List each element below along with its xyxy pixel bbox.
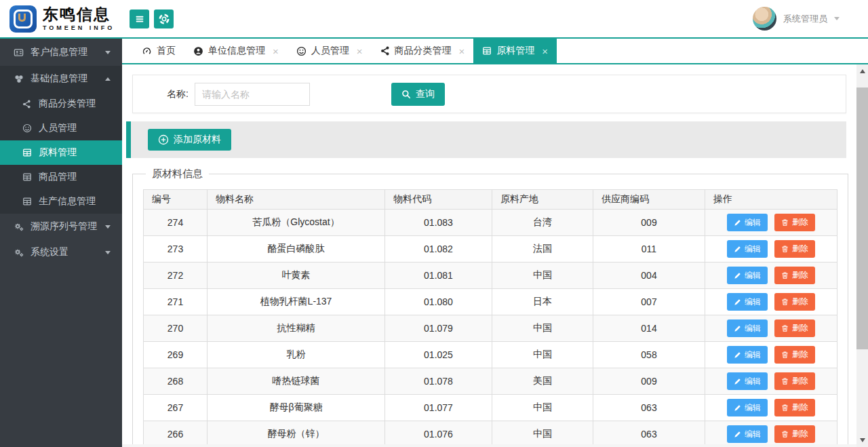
delete-button[interactable]: 删除 [774, 267, 815, 284]
cell-name: 抗性糊精 [208, 315, 385, 342]
tab-material-mgmt[interactable]: 原料管理 × [473, 39, 557, 63]
cell-name: 酵母粉（锌） [208, 421, 385, 445]
search-icon [401, 90, 411, 99]
horizontal-scrollbar[interactable] [122, 444, 856, 447]
tab-category-mgmt[interactable]: 商品分类管理 × [372, 39, 474, 63]
tab-label: 原料管理 [496, 45, 534, 57]
materials-table: 编号 物料名称 物料代码 原料产地 供应商编码 操作 274 苦瓜粉（Glyco… [143, 189, 837, 444]
pencil-icon [734, 272, 741, 279]
id-card-icon [12, 47, 25, 58]
cell-name: 植物乳杆菌L-137 [208, 289, 385, 315]
help-button[interactable] [154, 9, 174, 28]
cell-supplier: 058 [593, 342, 705, 368]
pencil-icon [734, 404, 741, 412]
sidebar-item-category-mgmt[interactable]: 商品分类管理 [0, 92, 122, 116]
user-avatar[interactable] [753, 7, 776, 31]
sidebar-item-production-info[interactable]: 生产信息管理 [0, 189, 122, 214]
cell-actions: 编辑 [705, 421, 837, 445]
table-row: 268 嗜热链球菌 01.078 美国 009 [144, 368, 837, 395]
sidebar-item-trace-serial[interactable]: 溯源序列号管理 [0, 214, 122, 239]
tab-close-icon[interactable]: × [273, 46, 279, 56]
edit-button[interactable]: 编辑 [727, 425, 768, 443]
sidebar-item-label: 原料管理 [39, 147, 77, 159]
tab-home[interactable]: 首页 [133, 39, 184, 63]
add-material-button[interactable]: 添加原材料 [148, 129, 231, 151]
caret-down-icon [105, 225, 111, 229]
edit-button[interactable]: 编辑 [727, 240, 768, 258]
sidebar-item-base-info[interactable]: 基础信息管理 [0, 66, 122, 92]
delete-button[interactable]: 删除 [774, 425, 815, 443]
cell-name: 苦瓜粉（Glycostat） [208, 210, 385, 236]
delete-button-label: 删除 [792, 428, 808, 440]
vertical-scrollbar[interactable] [856, 64, 868, 447]
delete-button-label: 删除 [792, 243, 808, 254]
cell-origin: 台湾 [492, 210, 593, 236]
table-row: 272 叶黄素 01.081 中国 004 [144, 263, 837, 289]
edit-button[interactable]: 编辑 [727, 293, 768, 311]
edit-button-label: 编辑 [745, 323, 761, 334]
sidebar-item-label: 基础信息管理 [31, 73, 87, 85]
tab-close-icon[interactable]: × [542, 46, 548, 56]
search-input[interactable] [195, 83, 310, 106]
tab-unit-info[interactable]: 单位信息管理 × [184, 39, 288, 63]
delete-button[interactable]: 删除 [774, 319, 815, 337]
cell-code: 01.080 [385, 289, 492, 315]
edit-button[interactable]: 编辑 [727, 346, 768, 364]
edit-button[interactable]: 编辑 [727, 372, 768, 390]
tab-close-icon[interactable]: × [459, 46, 465, 56]
pencil-icon [734, 431, 741, 438]
delete-button[interactable]: 删除 [774, 214, 815, 231]
table-row: 269 乳粉 01.025 中国 058 [144, 342, 837, 368]
search-label: 名称: [167, 88, 189, 100]
sidebar-item-system-settings[interactable]: 系统设置 [0, 239, 122, 265]
col-header-supplier: 供应商编码 [593, 190, 705, 210]
delete-button[interactable]: 删除 [774, 293, 815, 311]
scroll-down-arrow-icon[interactable] [860, 438, 865, 442]
user-menu[interactable]: 系统管理员 [753, 7, 840, 31]
chevron-down-icon [834, 17, 840, 20]
delete-button[interactable]: 删除 [774, 346, 815, 364]
delete-button[interactable]: 删除 [774, 240, 815, 258]
sidebar-toggle-button[interactable] [130, 9, 149, 28]
life-ring-icon [159, 14, 170, 24]
col-header-origin: 原料产地 [492, 190, 593, 210]
edit-button[interactable]: 编辑 [727, 267, 768, 284]
cell-origin: 中国 [492, 395, 593, 421]
edit-button-label: 编辑 [745, 349, 761, 361]
user-circle-icon [193, 46, 203, 56]
edit-button-label: 编辑 [745, 270, 761, 281]
delete-button-label: 删除 [792, 349, 808, 360]
cogs-icon [12, 248, 25, 258]
cell-origin: 中国 [492, 342, 593, 368]
edit-button[interactable]: 编辑 [727, 399, 768, 416]
trash-icon [781, 430, 789, 438]
tab-close-icon[interactable]: × [357, 46, 363, 56]
share-alt-icon [20, 100, 33, 109]
scroll-up-arrow-icon[interactable] [860, 69, 865, 73]
trash-icon [781, 404, 789, 412]
edit-button[interactable]: 编辑 [727, 214, 768, 231]
cell-actions: 编辑 [705, 315, 837, 342]
cell-supplier: 011 [593, 236, 705, 263]
pencil-icon [734, 351, 741, 359]
scrollbar-thumb[interactable] [856, 88, 868, 349]
cell-id: 274 [144, 210, 208, 236]
cell-origin: 中国 [492, 315, 593, 342]
cell-code: 01.082 [385, 236, 492, 263]
sidebar-item-customer-info[interactable]: 客户信息管理 [0, 39, 122, 66]
cell-id: 271 [144, 289, 208, 315]
sidebar-item-person-mgmt[interactable]: 人员管理 [0, 116, 122, 140]
sidebar-item-product-mgmt[interactable]: 商品管理 [0, 165, 122, 189]
search-panel: 名称: 查询 [132, 75, 846, 113]
edit-button[interactable]: 编辑 [727, 319, 768, 337]
delete-button[interactable]: 删除 [774, 372, 815, 390]
sidebar-item-material-mgmt[interactable]: 原料管理 [0, 140, 122, 165]
delete-button[interactable]: 删除 [774, 399, 815, 416]
tab-person-mgmt[interactable]: 人员管理 × [288, 39, 372, 63]
search-button[interactable]: 查询 [391, 83, 445, 106]
cell-origin: 日本 [492, 289, 593, 315]
col-header-name: 物料名称 [208, 190, 385, 210]
add-material-label: 添加原材料 [174, 134, 221, 146]
cell-supplier: 004 [593, 263, 705, 289]
materials-table-body: 274 苦瓜粉（Glycostat） 01.083 台湾 009 [144, 210, 837, 445]
